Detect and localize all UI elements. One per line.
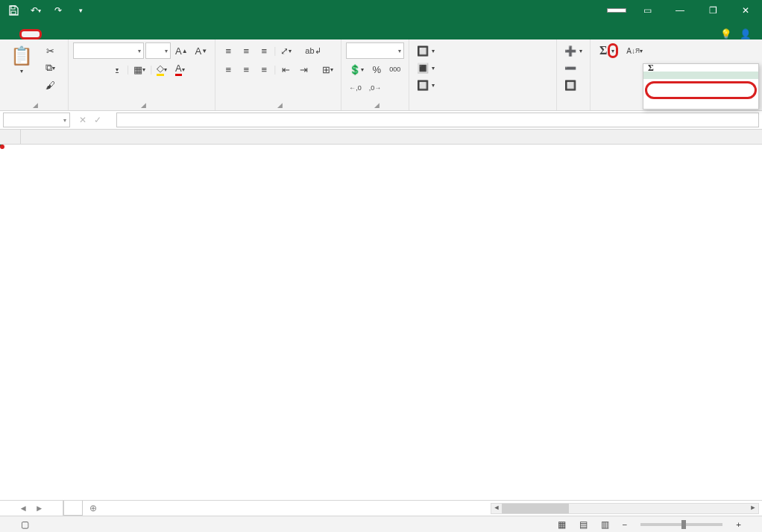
tab-help[interactable] [169, 34, 186, 39]
percent-icon[interactable]: % [368, 61, 385, 77]
scroll-thumb[interactable] [502, 504, 569, 513]
font-dialog-icon[interactable]: ◢ [141, 101, 146, 109]
decrease-decimal-icon[interactable]: ,0→ [366, 80, 385, 96]
name-box[interactable]: ▾ [3, 113, 70, 127]
add-sheet-icon[interactable]: ⊕ [83, 501, 104, 516]
spreadsheet-grid[interactable] [0, 130, 762, 500]
accounting-format-icon[interactable]: 💲▾ [346, 61, 367, 77]
maximize-icon[interactable]: ❐ [696, 0, 729, 21]
signin-button[interactable] [607, 8, 626, 13]
bold-button[interactable] [73, 61, 89, 77]
clipboard-icon: 📋 [10, 44, 33, 68]
scroll-left-icon[interactable]: ◄ [491, 504, 502, 513]
tab-view[interactable] [133, 34, 151, 39]
font-size-combo[interactable]: ▾ [145, 42, 171, 59]
tab-home[interactable] [19, 29, 42, 39]
save-icon[interactable] [3, 1, 24, 20]
italic-button[interactable] [91, 61, 107, 77]
borders-icon[interactable]: ▦▾ [130, 61, 148, 77]
cell-styles-button[interactable]: 🔲 ▾ [414, 77, 552, 93]
scroll-right-icon[interactable]: ► [748, 504, 758, 513]
copy-icon[interactable]: ⧉▾ [42, 60, 58, 76]
tab-insert[interactable] [43, 34, 61, 39]
tab-formulas[interactable] [79, 34, 97, 39]
format-cells-button[interactable]: 🔲 [561, 77, 585, 93]
delete-cells-button[interactable]: ➖ [561, 60, 585, 76]
sheet-nav-prev-icon[interactable]: ◄ [19, 504, 28, 513]
merge-center-icon[interactable]: ⊞▾ [319, 61, 336, 77]
group-cells: ➕ ▾ ➖ 🔲 [557, 39, 591, 110]
comma-style-icon[interactable]: 000 [386, 61, 403, 77]
select-all-corner[interactable] [0, 130, 21, 144]
group-alignment: ≡ ≡ ≡ | ⤢▾ ab↲ ≡ ≡ ≡ | ⇤ ⇥ ⊞▾ ◢ [215, 39, 341, 110]
autosum-button[interactable]: Σ ▾ [595, 42, 611, 59]
tell-me-icon[interactable]: 💡 [720, 28, 735, 39]
group-clipboard: 📋 ▾ ✂ ⧉▾ 🖌 ◢ [0, 39, 69, 110]
cancel-formula-icon[interactable]: ✕ [79, 115, 86, 125]
title-bar: ↶▾ ↷ ▾ ▭ — ❐ ✕ [0, 0, 762, 21]
increase-font-icon[interactable]: A▲ [172, 42, 191, 59]
align-top-icon[interactable]: ≡ [220, 42, 236, 59]
tab-developer[interactable] [151, 34, 169, 39]
decrease-indent-icon[interactable]: ⇤ [277, 61, 294, 77]
insert-cells-button[interactable]: ➕ ▾ [561, 42, 585, 59]
format-painter-icon[interactable]: 🖌 [42, 77, 58, 93]
zoom-in-icon[interactable]: + [736, 520, 741, 529]
conditional-formatting-button[interactable]: 🔲 ▾ [414, 42, 552, 59]
paste-button[interactable]: 📋 ▾ [4, 42, 39, 76]
tab-data[interactable] [97, 34, 115, 39]
decrease-font-icon[interactable]: A▼ [192, 42, 211, 59]
tab-page-layout[interactable] [61, 34, 79, 39]
horizontal-scrollbar[interactable]: ◄ ► [491, 503, 759, 514]
menu-min[interactable] [643, 94, 758, 101]
number-dialog-icon[interactable]: ◢ [374, 101, 380, 109]
zoom-slider[interactable] [640, 523, 722, 526]
menu-more-functions[interactable] [643, 101, 758, 109]
cut-icon[interactable]: ✂ [42, 42, 58, 59]
wrap-text-icon[interactable]: ab↲ [302, 42, 324, 59]
align-middle-icon[interactable]: ≡ [238, 42, 254, 59]
sheet-tab-bar: ◄ ► ⊕ ◄ ► [0, 500, 762, 516]
ribbon-display-icon[interactable]: ▭ [631, 0, 664, 21]
menu-sum[interactable]: Σ [643, 64, 758, 72]
increase-decimal-icon[interactable]: ←,0 [346, 80, 365, 96]
minimize-icon[interactable]: — [664, 0, 696, 21]
menu-max[interactable] [643, 86, 758, 94]
formula-bar: ▾ ✕ ✓ [0, 111, 762, 130]
close-icon[interactable]: ✕ [729, 0, 762, 21]
formula-input[interactable] [116, 113, 759, 127]
fill-color-icon[interactable]: ◇▾ [154, 61, 170, 77]
align-right-icon[interactable]: ≡ [256, 61, 272, 77]
font-name-combo[interactable]: ▾ [73, 42, 144, 59]
group-styles: 🔲 ▾ 🔳 ▾ 🔲 ▾ [409, 39, 557, 110]
view-normal-icon[interactable]: ▦ [558, 519, 566, 530]
qat-customize-icon[interactable]: ▾ [70, 1, 91, 20]
sort-filter-icon[interactable]: A↓Я▾ [623, 42, 646, 59]
clipboard-dialog-icon[interactable]: ◢ [33, 101, 38, 109]
zoom-out-icon[interactable]: − [623, 520, 628, 529]
align-center-icon[interactable]: ≡ [238, 61, 254, 77]
confirm-formula-icon[interactable]: ✓ [94, 115, 101, 125]
menu-count[interactable] [643, 79, 758, 86]
align-bottom-icon[interactable]: ≡ [256, 42, 272, 59]
orientation-icon[interactable]: ⤢▾ [277, 42, 295, 59]
align-left-icon[interactable]: ≡ [220, 61, 236, 77]
alignment-dialog-icon[interactable]: ◢ [277, 101, 283, 109]
redo-icon[interactable]: ↷ [48, 1, 69, 20]
view-page-break-icon[interactable]: ▥ [601, 519, 609, 530]
share-button[interactable]: 👤 [740, 28, 755, 39]
tab-review[interactable] [115, 34, 133, 39]
sheet-tab-active[interactable] [63, 501, 83, 516]
autosum-dropdown-icon[interactable]: ▾ [608, 43, 618, 58]
format-as-table-button[interactable]: 🔳 ▾ [414, 60, 552, 76]
undo-icon[interactable]: ↶▾ [25, 1, 46, 20]
menu-average[interactable] [643, 72, 758, 79]
view-page-layout-icon[interactable]: ▤ [579, 519, 588, 530]
increase-indent-icon[interactable]: ⇥ [295, 61, 312, 77]
macro-record-icon[interactable]: ▢ [21, 519, 29, 530]
number-format-combo[interactable]: ▾ [346, 42, 404, 59]
underline-button[interactable]: ▾ [109, 61, 125, 77]
font-color-icon[interactable]: A▾ [171, 61, 188, 77]
sheet-nav-next-icon[interactable]: ► [35, 504, 43, 513]
tab-file[interactable] [0, 34, 18, 39]
